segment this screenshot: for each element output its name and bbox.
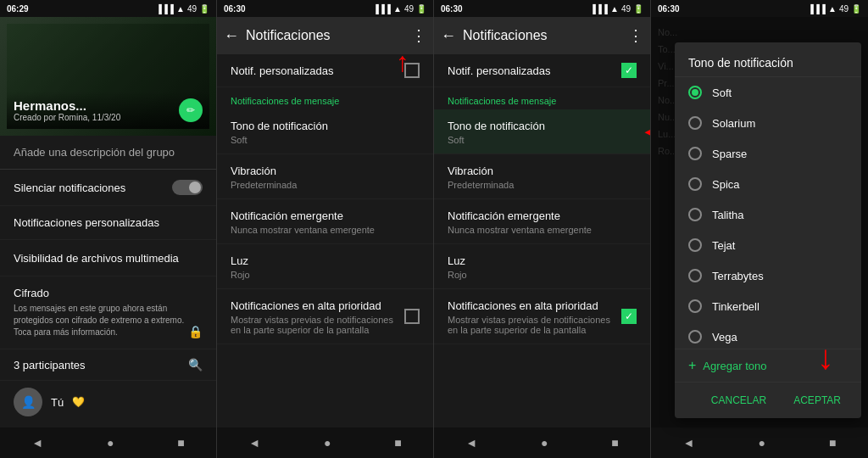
notif-personalizadas-label: Notificaciones personalizadas (14, 216, 159, 229)
list-item[interactable]: Tinkerbell (675, 291, 861, 321)
battery-icon: 🔋 (416, 4, 426, 14)
vibracion-row-3[interactable]: Vibración Predeterminada (434, 154, 650, 199)
back-button-top-2[interactable]: ← (224, 27, 239, 45)
notif-personalizadas-row[interactable]: Notificaciones personalizadas ◀ (0, 206, 216, 240)
back-button-top-3[interactable]: ← (441, 27, 456, 45)
silence-notifications-row[interactable]: Silenciar notificaciones (0, 170, 216, 206)
list-item[interactable]: Terrabytes (675, 260, 861, 291)
radio-talitha[interactable] (688, 208, 702, 221)
alta-prioridad-row-3[interactable]: Notificaciones en alta prioridad Mostrar… (434, 289, 650, 344)
battery-icon: 🔋 (199, 4, 209, 14)
red-arrow-left-3: ◀ (645, 120, 650, 143)
radio-tinkerbell[interactable] (688, 299, 702, 313)
status-icons-3: ▐▐▐ ▲ 49 🔋 (590, 4, 643, 14)
luz-title-2: Luz (231, 254, 248, 267)
emergente-row-2[interactable]: Notificación emergente Nunca mostrar ven… (217, 199, 433, 244)
option-spica-label: Spica (712, 178, 740, 191)
recent-button-4[interactable]: ■ (829, 436, 836, 450)
accept-button[interactable]: ACEPTAR (783, 389, 851, 411)
add-tone-row[interactable]: + Agregar tono (675, 349, 861, 382)
battery-text: 49 (839, 4, 849, 14)
notif-personalizadas-checkbox-3[interactable]: ✓ (621, 63, 637, 78)
wifi-icon: ▲ (610, 4, 619, 14)
option-vega-label: Vega (712, 331, 737, 344)
signal-icon: ▐▐▐ (373, 4, 391, 14)
radio-sparse[interactable] (688, 147, 702, 160)
cifrado-row[interactable]: Cifrado Los mensajes en este grupo ahora… (0, 276, 216, 349)
list-item[interactable]: Tejat (675, 230, 861, 260)
group-subtitle: Creado por Romina, 11/3/20 (14, 113, 203, 122)
participants-count: 3 participantes (14, 359, 86, 371)
status-time-3: 06:30 (441, 4, 463, 14)
participant-name: Tú (51, 396, 64, 409)
home-button-1[interactable]: ● (107, 436, 114, 450)
notif-personalizadas-row-3[interactable]: Notif. personalizadas ✓ (434, 54, 650, 87)
notif-personalizadas-checkbox-2[interactable] (404, 63, 420, 78)
emergente-row-3[interactable]: Notificación emergente Nunca mostrar ven… (434, 199, 650, 244)
radio-soft[interactable] (688, 86, 702, 99)
option-solarium-label: Solarium (712, 117, 755, 130)
add-description-row[interactable]: Añade una descripción del grupo (0, 136, 216, 170)
recent-button-2[interactable]: ■ (394, 436, 401, 450)
notif-personalizadas-row-2[interactable]: Notif. personalizadas (217, 54, 433, 87)
menu-icon-2[interactable]: ⋮ (411, 26, 426, 45)
alta-prioridad-checkbox-3[interactable]: ✓ (621, 309, 637, 324)
search-participants-icon[interactable]: 🔍 (188, 358, 203, 371)
radio-tejat[interactable] (688, 238, 702, 252)
vibracion-title-3: Vibración (448, 165, 493, 177)
tono-row-3[interactable]: Tono de notificación Soft ◀ (434, 109, 650, 154)
silence-toggle[interactable] (172, 180, 203, 195)
cancel-button[interactable]: CANCELAR (701, 389, 776, 411)
tono-row-2[interactable]: Tono de notificación Soft (217, 109, 433, 154)
battery-icon: 🔋 (633, 4, 643, 14)
status-icons-4: ▐▐▐ ▲ 49 🔋 (808, 4, 861, 14)
home-button-2[interactable]: ● (324, 436, 331, 450)
back-button-2[interactable]: ◄ (248, 436, 260, 450)
group-title: Hermanos... (14, 98, 203, 113)
tono-value-3: Soft (448, 135, 637, 145)
list-item[interactable]: Solarium (675, 108, 861, 138)
alta-prioridad-checkbox-2[interactable] (404, 309, 420, 324)
recent-button-1[interactable]: ■ (177, 436, 184, 450)
menu-icon-3[interactable]: ⋮ (628, 26, 643, 45)
recent-button-3[interactable]: ■ (611, 436, 618, 450)
home-button-4[interactable]: ● (758, 436, 765, 450)
status-icons-1: ▐▐▐ ▲ 49 🔋 (156, 4, 209, 14)
back-button-3[interactable]: ◄ (465, 436, 477, 450)
bottom-nav-3: ◄ ● ■ (434, 427, 650, 458)
radio-solarium[interactable] (688, 116, 702, 130)
radio-terrabytes[interactable] (688, 269, 702, 282)
notifications-top-bar-3: ← Notificaciones ⋮ (434, 17, 650, 54)
option-tejat-label: Tejat (712, 239, 735, 252)
list-item[interactable]: Vega (675, 321, 861, 349)
silence-label: Silenciar notificaciones (14, 182, 125, 194)
luz-row-3[interactable]: Luz Rojo (434, 244, 650, 289)
luz-title-3: Luz (448, 254, 465, 267)
status-bar-4: 06:30 ▐▐▐ ▲ 49 🔋 (651, 0, 868, 17)
visibility-row[interactable]: Visibilidad de archivos multimedia (0, 240, 216, 276)
radio-spica[interactable] (688, 177, 702, 191)
home-button-3[interactable]: ● (541, 436, 548, 450)
signal-icon: ▐▐▐ (156, 4, 174, 14)
list-item[interactable]: Talitha (675, 199, 861, 230)
status-bar-3: 06:30 ▐▐▐ ▲ 49 🔋 (434, 0, 650, 17)
radio-vega[interactable] (688, 330, 702, 344)
back-button-4[interactable]: ◄ (683, 436, 695, 450)
bottom-nav-1: ◄ ● ■ (0, 427, 216, 458)
status-time-2: 06:30 (224, 4, 246, 14)
group-settings-list: Añade una descripción del grupo Silencia… (0, 136, 216, 427)
luz-row-2[interactable]: Luz Rojo (217, 244, 433, 289)
emergente-title-3: Notificación emergente (448, 209, 560, 222)
vibracion-row-2[interactable]: Vibración Predeterminada (217, 154, 433, 199)
list-item[interactable]: 👤 Tú 💛 (0, 381, 216, 424)
list-item[interactable]: Soft (675, 77, 861, 108)
edit-group-button[interactable]: ✏ (179, 98, 203, 122)
back-button-1[interactable]: ◄ (31, 436, 43, 450)
vibracion-value-3: Predeterminada (448, 180, 637, 190)
list-item[interactable]: Sparse (675, 138, 861, 169)
dialog-actions: CANCELAR ACEPTAR (675, 382, 861, 418)
panel4-background: No... To... Vi... Pr... No... Nu... Lu..… (651, 17, 868, 427)
emergente-value-2: Nunca mostrar ventana emergente (231, 225, 420, 235)
alta-prioridad-row-2[interactable]: Notificaciones en alta prioridad Mostrar… (217, 289, 433, 344)
list-item[interactable]: Spica (675, 169, 861, 199)
